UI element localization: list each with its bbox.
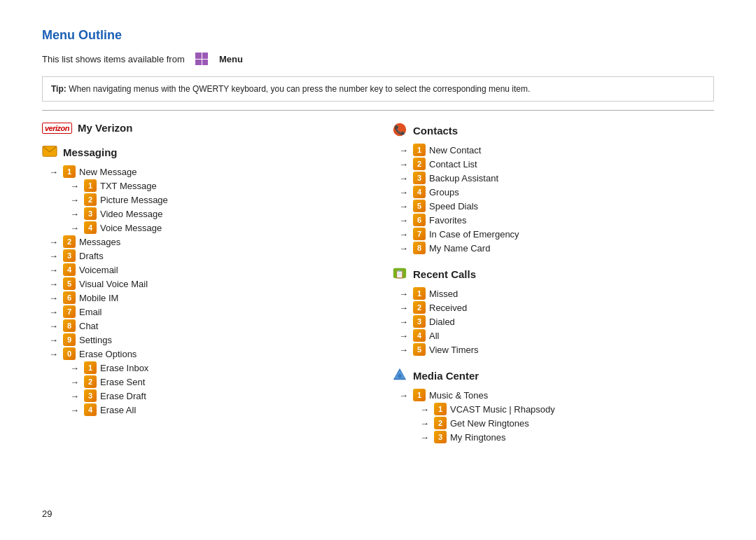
arrow-icon: →	[70, 209, 79, 219]
list-item: → 3 Erase Draft	[70, 389, 364, 402]
list-item: → 3 My Ringtones	[420, 431, 714, 443]
page-title: Menu Outline	[42, 28, 714, 43]
tip-label: Tip:	[51, 84, 66, 94]
arrow-icon: →	[399, 243, 408, 254]
recent-calls-label: Recent Calls	[413, 268, 476, 280]
list-item: → 2 Get New Ringtones	[420, 417, 714, 429]
contacts-icon: 📞	[392, 122, 407, 139]
badge: 9	[63, 333, 76, 346]
list-item: → 1 Missed	[399, 287, 714, 300]
arrow-icon: →	[70, 223, 79, 233]
intro-row: This list shows items available from Men…	[42, 53, 714, 65]
item-label: Erase Sent	[100, 377, 145, 387]
divider	[42, 110, 714, 111]
item-label: View Timers	[429, 345, 479, 355]
list-item: → 4 Voicemail	[49, 263, 364, 276]
badge: 2	[84, 193, 97, 206]
list-item: → 3 Drafts	[49, 249, 364, 262]
list-item: → 2 Picture Message	[70, 193, 364, 206]
new-message-sub: → 1 TXT Message → 2 Picture Message → 3 …	[70, 179, 364, 234]
section-media-center: Media Center	[392, 367, 714, 385]
item-label: Messages	[79, 237, 120, 247]
badge: 4	[84, 403, 97, 416]
item-label: VCAST Music | Rhapsody	[450, 404, 555, 415]
list-item: → 7 Email	[49, 305, 364, 318]
contacts-list: → 1 New Contact → 2 Contact List → 3 Bac…	[399, 144, 714, 254]
arrow-icon: →	[70, 377, 79, 387]
list-item: → 2 Erase Sent	[70, 375, 364, 388]
badge: 1	[63, 165, 76, 178]
arrow-icon: →	[49, 265, 58, 275]
badge: 1	[413, 144, 426, 156]
arrow-icon: →	[399, 303, 408, 313]
item-label: All	[429, 331, 439, 341]
tip-text: When navigating menus with the QWERTY ke…	[69, 84, 530, 94]
list-item: → 1 New Message	[49, 165, 364, 178]
badge: 2	[413, 158, 426, 170]
item-label: Erase All	[100, 405, 136, 415]
arrow-icon: →	[49, 321, 58, 331]
list-item: → 1 TXT Message	[70, 179, 364, 192]
badge: 7	[63, 305, 76, 318]
arrow-icon: →	[399, 229, 408, 240]
arrow-icon: →	[420, 418, 429, 429]
badge: 1	[434, 403, 447, 415]
badge: 4	[84, 221, 97, 234]
arrow-icon: →	[70, 391, 79, 401]
arrow-icon: →	[49, 335, 58, 345]
badge: 6	[413, 214, 426, 226]
list-item: → 8 My Name Card	[399, 242, 714, 254]
left-column: verizon My Verizon Messaging → 1 New Mes…	[42, 122, 364, 445]
badge: 3	[434, 431, 447, 443]
badge: 1	[84, 179, 97, 192]
list-item: → 3 Video Message	[70, 207, 364, 220]
list-item: → 4 All	[399, 329, 714, 342]
arrow-icon: →	[49, 349, 58, 359]
section-my-verizon: verizon My Verizon	[42, 122, 364, 134]
arrow-icon: →	[399, 215, 408, 226]
badge: 2	[434, 417, 447, 429]
arrow-icon: →	[49, 167, 58, 177]
right-column: 📞 Contacts → 1 New Contact → 2 Contact L…	[392, 122, 714, 445]
badge: 6	[63, 291, 76, 304]
arrow-icon: →	[399, 331, 408, 341]
item-label: Erase Inbox	[100, 363, 148, 373]
badge: 3	[413, 172, 426, 184]
badge: 5	[413, 343, 426, 356]
list-item: → 4 Groups	[399, 186, 714, 198]
item-label: Music & Tones	[429, 390, 488, 401]
messaging-label: Messaging	[63, 146, 118, 158]
item-label: Groups	[429, 187, 459, 198]
badge: 3	[413, 315, 426, 328]
badge: 1	[413, 389, 426, 401]
arrow-icon: →	[420, 404, 429, 415]
item-label: Contact List	[429, 159, 477, 169]
list-item: → 2 Messages	[49, 235, 364, 248]
badge: 3	[84, 207, 97, 220]
section-recent-calls: 📋 Recent Calls	[392, 265, 714, 283]
tip-box: Tip: When navigating menus with the QWER…	[42, 76, 714, 102]
arrow-icon: →	[399, 317, 408, 327]
badge: 0	[63, 347, 76, 360]
media-center-icon	[392, 367, 407, 385]
media-center-list: → 1 Music & Tones → 1 VCAST Music | Rhap…	[399, 389, 714, 443]
list-item: → 1 New Contact	[399, 144, 714, 156]
arrow-icon: →	[399, 173, 408, 184]
badge: 1	[413, 287, 426, 300]
svg-text:📋: 📋	[395, 269, 405, 279]
section-messaging: Messaging	[42, 144, 364, 161]
item-label: New Message	[79, 167, 136, 177]
badge: 8	[413, 242, 426, 254]
item-label: New Contact	[429, 145, 481, 155]
list-item: → 3 Backup Assistant	[399, 172, 714, 184]
item-label: Mobile IM	[79, 293, 118, 303]
item-label: Video Message	[100, 209, 162, 219]
menu-label: Menu	[219, 54, 243, 64]
list-item: → 8 Chat	[49, 319, 364, 332]
item-label: Picture Message	[100, 195, 168, 205]
list-item: → 1 Music & Tones	[399, 389, 714, 401]
item-label: In Case of Emergency	[429, 229, 519, 240]
arrow-icon: →	[399, 159, 408, 169]
recent-calls-list: → 1 Missed → 2 Received → 3 Dialed → 4 A…	[399, 287, 714, 356]
arrow-icon: →	[399, 187, 408, 198]
